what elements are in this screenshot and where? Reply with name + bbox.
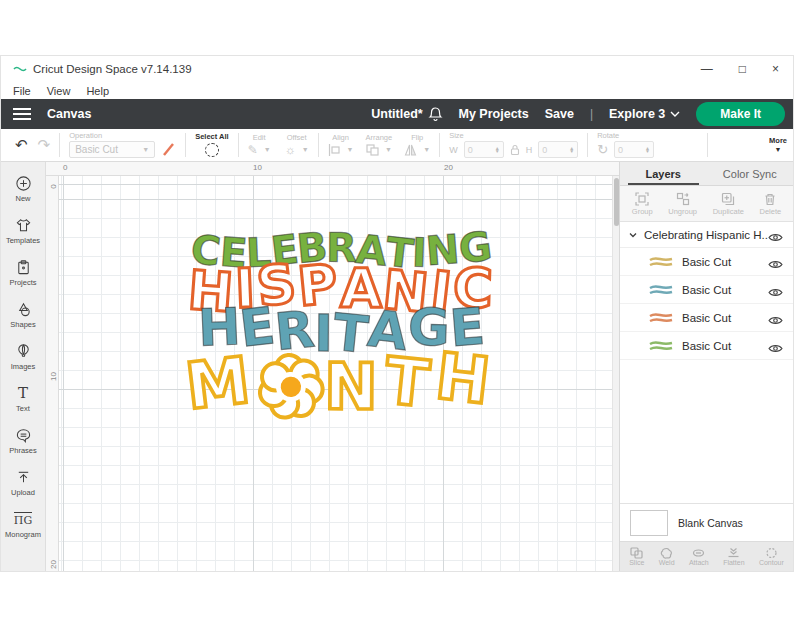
ruler-tick: 20 <box>49 559 58 571</box>
duplicate-button[interactable]: Duplicate <box>713 192 744 216</box>
vertical-ruler: 0 10 20 <box>46 176 59 571</box>
blank-canvas-swatch[interactable] <box>630 510 668 536</box>
sidebar-item-monogram[interactable]: ΠG Monogram <box>1 506 46 544</box>
more-button[interactable]: More ▼ <box>769 137 787 153</box>
flip-group[interactable]: Flip ▼ <box>404 134 430 156</box>
eye-icon[interactable] <box>768 340 783 351</box>
sidebar-item-projects[interactable]: Projects <box>1 254 46 292</box>
flip-label: Flip <box>411 134 423 142</box>
height-value: 0 <box>542 145 547 155</box>
sidebar-item-new[interactable]: New <box>1 170 46 208</box>
maximize-icon[interactable]: □ <box>739 63 746 75</box>
contour-button[interactable]: Contour <box>759 547 784 566</box>
notifications-bell-icon[interactable] <box>428 106 443 122</box>
ungroup-button[interactable]: Ungroup <box>668 192 697 216</box>
operation-value: Basic Cut <box>75 144 118 155</box>
width-input[interactable]: 0 ▲▼ <box>464 141 504 158</box>
menu-view[interactable]: View <box>47 85 71 97</box>
height-stepper[interactable]: ▲▼ <box>569 147 574 152</box>
shapes-icon <box>14 300 32 318</box>
layer-name: Basic Cut <box>682 312 768 324</box>
close-icon[interactable]: × <box>772 63 779 75</box>
group-button[interactable]: Group <box>632 192 653 216</box>
flip-icon <box>404 144 417 156</box>
rotate-icon[interactable]: ↻ <box>597 143 608 156</box>
sidebar-label: Projects <box>9 278 36 287</box>
menu-help[interactable]: Help <box>86 85 109 97</box>
menu-file[interactable]: File <box>13 85 31 97</box>
ruler-tick: 20 <box>444 163 453 172</box>
art-letter: N <box>324 357 385 416</box>
lock-icon[interactable] <box>510 144 520 156</box>
horizontal-ruler: 0 10 20 <box>46 162 619 176</box>
cricut-logo-icon <box>13 64 27 74</box>
action-label: Weld <box>659 559 675 566</box>
layer-row[interactable]: Basic Cut <box>620 304 793 332</box>
slice-button[interactable]: Slice <box>629 547 644 566</box>
flatten-icon <box>727 547 740 559</box>
operation-select[interactable]: Basic Cut ▼ <box>69 141 155 158</box>
sidebar-label: Shapes <box>10 320 35 329</box>
layer-thumbnail <box>648 339 674 352</box>
eye-icon[interactable] <box>768 312 783 323</box>
layer-row[interactable]: Basic Cut <box>620 276 793 304</box>
rotate-input[interactable]: 0 ▲▼ <box>614 141 654 158</box>
canvas-nav-label[interactable]: Canvas <box>47 107 91 121</box>
sidebar-item-images[interactable]: Images <box>1 338 46 376</box>
pencil-icon: ✎ <box>248 144 258 156</box>
delete-button[interactable]: Delete <box>760 192 782 216</box>
redo-icon[interactable]: ↷ <box>38 138 51 153</box>
sidebar-item-shapes[interactable]: Shapes <box>1 296 46 334</box>
flatten-button[interactable]: Flatten <box>723 547 744 566</box>
layer-row[interactable]: Basic Cut <box>620 248 793 276</box>
panel-tabs: Layers Color Sync <box>620 162 793 186</box>
color-swatch-icon[interactable] <box>161 142 176 157</box>
speech-bubble-icon <box>14 426 32 444</box>
arrange-group[interactable]: Arrange ▼ <box>366 134 393 156</box>
align-group[interactable]: Align ▼ <box>328 134 354 156</box>
offset-group[interactable]: Offset ☼▼ <box>285 134 309 156</box>
canvas-scrollbar[interactable] <box>612 176 619 571</box>
minimize-icon[interactable]: — <box>701 63 713 75</box>
height-input[interactable]: 0 ▲▼ <box>538 141 578 158</box>
rotate-stepper[interactable]: ▲▼ <box>645 147 650 152</box>
rotate-value: 0 <box>618 145 623 155</box>
hamburger-menu-icon[interactable] <box>1 99 43 129</box>
artwork[interactable]: CELEBRATINGHISPANICHERITAGEMNTH <box>143 232 539 417</box>
my-projects-link[interactable]: My Projects <box>459 107 529 121</box>
scrollbar-thumb[interactable] <box>614 178 619 226</box>
design-canvas[interactable]: CELEBRATINGHISPANICHERITAGEMNTH <box>59 176 612 571</box>
blank-canvas-row[interactable]: Blank Canvas <box>620 503 793 541</box>
edit-group[interactable]: Edit ✎▼ <box>248 134 271 156</box>
layer-row[interactable]: Basic Cut <box>620 332 793 360</box>
hot-air-balloon-icon <box>14 342 32 360</box>
sidebar-item-templates[interactable]: Templates <box>1 212 46 250</box>
chevron-down-icon[interactable] <box>628 230 638 240</box>
layer-actions: Group Ungroup Duplicate Delete <box>620 186 793 222</box>
sidebar-item-upload[interactable]: Upload <box>1 464 46 502</box>
undo-icon[interactable]: ↶ <box>15 138 28 153</box>
size-group: Size W 0 ▲▼ H 0 ▲▼ <box>449 132 578 159</box>
save-link[interactable]: Save <box>545 107 574 121</box>
attach-button[interactable]: Attach <box>689 547 709 566</box>
plus-circle-icon <box>14 174 32 192</box>
tab-color-sync[interactable]: Color Sync <box>707 162 794 185</box>
art-letter: H <box>432 347 499 412</box>
width-stepper[interactable]: ▲▼ <box>495 147 500 152</box>
eye-icon[interactable] <box>768 229 783 240</box>
sidebar-item-text[interactable]: T Text <box>1 380 46 418</box>
tab-layers[interactable]: Layers <box>620 162 707 185</box>
machine-selector[interactable]: Explore 3 <box>609 107 680 121</box>
eye-icon[interactable] <box>768 256 783 267</box>
tshirt-icon <box>14 216 32 234</box>
operation-group: Operation Basic Cut ▼ <box>69 132 176 159</box>
select-all-group[interactable]: Select All <box>195 133 229 157</box>
make-it-button[interactable]: Make It <box>696 102 785 126</box>
sidebar-item-phrases[interactable]: Phrases <box>1 422 46 460</box>
eye-icon[interactable] <box>768 284 783 295</box>
weld-button[interactable]: Weld <box>659 547 675 566</box>
app-window: Cricut Design Space v7.14.139 — □ × File… <box>0 55 794 572</box>
action-label: Ungroup <box>668 207 697 216</box>
layer-group-row[interactable]: Celebrating Hispanic H... <box>620 222 793 248</box>
app-title: Cricut Design Space v7.14.139 <box>33 63 192 75</box>
